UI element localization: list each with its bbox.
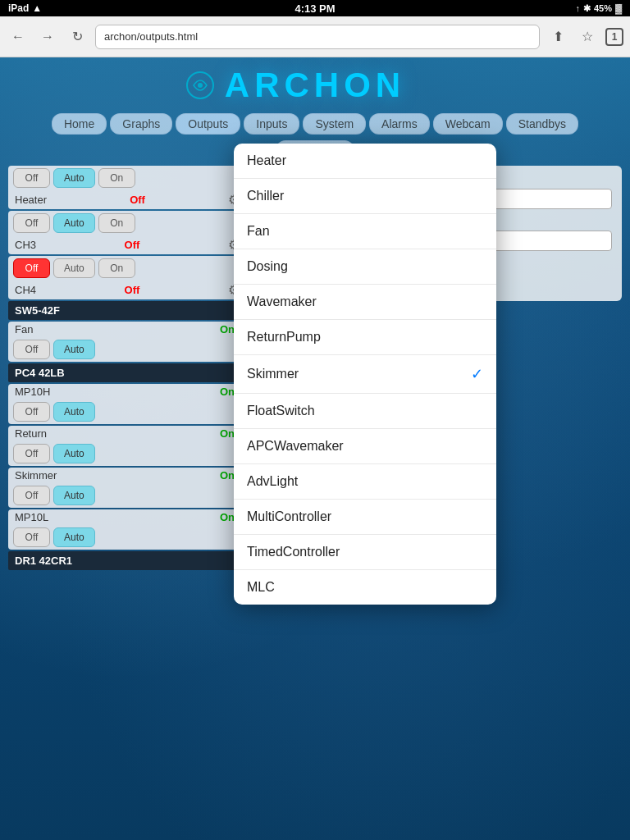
ch3-auto-btn[interactable]: Auto bbox=[53, 213, 95, 233]
skimmer-auto-btn[interactable]: Auto bbox=[53, 486, 95, 505]
mp10l-channel-name: MP10L bbox=[15, 511, 48, 523]
dropdown-label-fan: Fan bbox=[247, 224, 270, 239]
bookmark-button[interactable]: ☆ bbox=[576, 25, 599, 48]
dropdown-item-mlc[interactable]: MLC bbox=[234, 570, 496, 605]
skimmer-channel-info: Skimmer On bbox=[8, 468, 246, 483]
heater-top-controls: Off Auto On bbox=[8, 166, 246, 190]
ch3-channel-info: CH3 Off ⚙ bbox=[8, 235, 246, 254]
fan-controls: Off Auto bbox=[8, 337, 246, 362]
ch3-device-row: Off Auto On CH3 Off ⚙ bbox=[8, 211, 246, 254]
fan-off-btn[interactable]: Off bbox=[13, 340, 50, 359]
dropdown-label-apcwavemaker: APCWavemaker bbox=[247, 439, 344, 454]
heater-auto-btn[interactable]: Auto bbox=[53, 168, 95, 188]
dropdown-item-timedcontroller[interactable]: TimedController bbox=[234, 535, 496, 570]
archon-logo-icon bbox=[184, 69, 217, 102]
logo-text: ARCHON bbox=[225, 66, 405, 104]
mp10l-channel-info: MP10L On bbox=[8, 509, 246, 525]
mp10h-device-row: MP10H On Off Auto bbox=[8, 384, 246, 424]
heater-off-btn[interactable]: Off bbox=[13, 168, 50, 188]
heater-on-btn[interactable]: On bbox=[98, 168, 135, 188]
return-auto-btn[interactable]: Auto bbox=[53, 444, 95, 463]
location-icon: ↑ bbox=[575, 3, 580, 13]
logo-area: ARCHON bbox=[0, 57, 630, 109]
url-text: archon/outputs.html bbox=[104, 30, 198, 43]
ch4-controls: Off Auto On bbox=[8, 256, 246, 281]
tab-count[interactable]: 1 bbox=[605, 28, 623, 46]
function-dropdown: Heater Chiller Fan Dosing Wavemaker Retu… bbox=[234, 144, 496, 605]
ch4-device-row: Off Auto On CH4 Off ⚙ bbox=[8, 256, 246, 299]
dropdown-label-wavemaker: Wavemaker bbox=[247, 294, 317, 309]
pc4-section-header: PC4 42LB bbox=[8, 363, 246, 382]
svg-point-1 bbox=[198, 83, 203, 88]
dropdown-label-floatswitch: FloatSwitch bbox=[247, 404, 315, 418]
heater-channel-name: Heater bbox=[15, 194, 47, 206]
status-bar: iPad ▲ 4:13 PM ↑ ✱ 45% ▓ bbox=[0, 0, 630, 16]
mp10h-auto-btn[interactable]: Auto bbox=[53, 402, 95, 422]
sw5-section-header: SW5-42F bbox=[8, 301, 246, 320]
skimmer-controls: Off Auto bbox=[8, 483, 246, 508]
battery-level: 45% bbox=[594, 3, 612, 13]
fan-device-row: Fan On Off Auto bbox=[8, 322, 246, 362]
dropdown-label-dosing: Dosing bbox=[247, 259, 288, 274]
return-off-btn[interactable]: Off bbox=[13, 444, 50, 463]
heater-channel-info: Heater Off ⚙ bbox=[8, 190, 246, 209]
mp10h-off-btn[interactable]: Off bbox=[13, 402, 50, 422]
forward-button[interactable]: → bbox=[36, 25, 59, 48]
heater-device-row: Off Auto On Heater Off ⚙ bbox=[8, 166, 246, 209]
mp10h-controls: Off Auto bbox=[8, 399, 246, 424]
mp10l-device-row: MP10L On Off Auto bbox=[8, 509, 246, 550]
ch3-on-btn[interactable]: On bbox=[98, 213, 135, 233]
fan-channel-name: Fan bbox=[15, 323, 33, 336]
share-button[interactable]: ⬆ bbox=[546, 25, 569, 48]
dropdown-item-advlight[interactable]: AdvLight bbox=[234, 464, 496, 500]
mp10l-auto-btn[interactable]: Auto bbox=[53, 527, 95, 547]
dropdown-label-mlc: MLC bbox=[247, 580, 275, 595]
dropdown-label-heater: Heater bbox=[247, 153, 286, 168]
return-controls: Off Auto bbox=[8, 441, 246, 466]
skimmer-device-row: Skimmer On Off Auto bbox=[8, 468, 246, 508]
heater-status: Off bbox=[126, 194, 150, 206]
dropdown-label-returnpump: ReturnPump bbox=[247, 330, 321, 345]
battery-icon: ▓ bbox=[615, 3, 622, 13]
ch4-off-btn[interactable]: Off bbox=[13, 258, 50, 278]
back-button[interactable]: ← bbox=[7, 25, 30, 48]
skimmer-checkmark: ✓ bbox=[471, 365, 483, 383]
mp10h-channel-info: MP10H On bbox=[8, 384, 246, 399]
mp10l-controls: Off Auto bbox=[8, 525, 246, 550]
dropdown-item-heater[interactable]: Heater bbox=[234, 144, 496, 179]
skimmer-off-btn[interactable]: Off bbox=[13, 486, 50, 505]
dropdown-item-returnpump[interactable]: ReturnPump bbox=[234, 320, 496, 355]
dropdown-item-fan[interactable]: Fan bbox=[234, 214, 496, 249]
fan-auto-btn[interactable]: Auto bbox=[53, 340, 95, 359]
dropdown-item-skimmer[interactable]: Skimmer ✓ bbox=[234, 355, 496, 394]
mp10l-off-btn[interactable]: Off bbox=[13, 527, 50, 547]
dropdown-item-multicontroller[interactable]: MultiController bbox=[234, 500, 496, 535]
time-display: 4:13 PM bbox=[294, 2, 335, 15]
dropdown-label-multicontroller: MultiController bbox=[247, 509, 331, 524]
ch4-auto-btn[interactable]: Auto bbox=[53, 258, 95, 278]
browser-chrome: ← → ↻ archon/outputs.html ⬆ ☆ 1 bbox=[0, 16, 630, 57]
mp10h-channel-name: MP10H bbox=[15, 386, 50, 398]
dropdown-item-floatswitch[interactable]: FloatSwitch bbox=[234, 394, 496, 429]
dropdown-item-apcwavemaker[interactable]: APCWavemaker bbox=[234, 429, 496, 464]
return-channel-name: Return bbox=[15, 427, 47, 440]
dropdown-item-wavemaker[interactable]: Wavemaker bbox=[234, 285, 496, 320]
ch4-channel-name: CH4 bbox=[15, 284, 36, 296]
dropdown-label-timedcontroller: TimedController bbox=[247, 545, 340, 559]
wifi-icon: ▲ bbox=[32, 2, 42, 14]
carrier-label: iPad bbox=[8, 2, 29, 14]
ch3-channel-name: CH3 bbox=[15, 239, 36, 251]
ch4-channel-info: CH4 Off ⚙ bbox=[8, 281, 246, 299]
dropdown-label-advlight: AdvLight bbox=[247, 474, 298, 489]
page-content: ARCHON Home Graphs Outputs Inputs System… bbox=[0, 57, 630, 840]
refresh-button[interactable]: ↻ bbox=[66, 25, 89, 48]
archon-logo: ARCHON bbox=[225, 66, 405, 105]
ch3-status: Off bbox=[120, 239, 144, 251]
dropdown-item-dosing[interactable]: Dosing bbox=[234, 249, 496, 285]
dropdown-item-chiller[interactable]: Chiller bbox=[234, 179, 496, 214]
ch4-status: Off bbox=[120, 284, 144, 296]
ch3-off-btn[interactable]: Off bbox=[13, 213, 50, 233]
dropdown-label-skimmer: Skimmer bbox=[247, 367, 299, 381]
address-bar[interactable]: archon/outputs.html bbox=[95, 25, 540, 49]
ch4-on-btn[interactable]: On bbox=[98, 258, 135, 278]
